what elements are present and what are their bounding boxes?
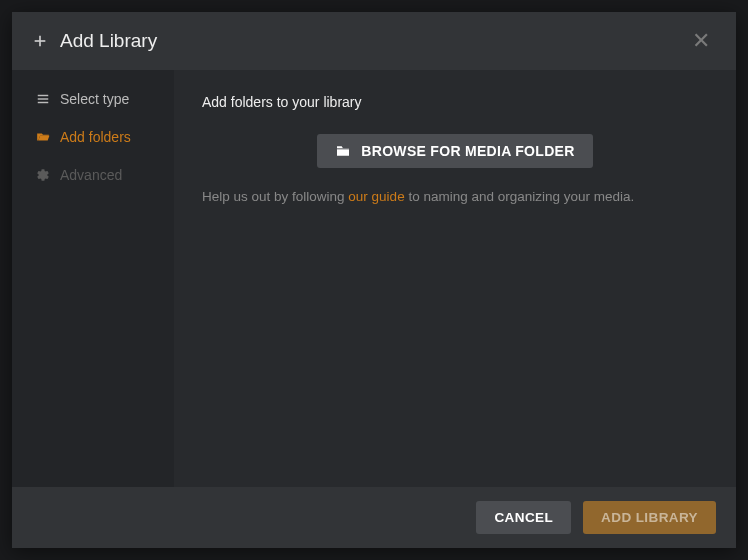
browse-for-media-folder-button[interactable]: BROWSE FOR MEDIA FOLDER bbox=[317, 134, 592, 168]
modal-title: Add Library bbox=[60, 30, 686, 52]
sidebar-item-label: Advanced bbox=[60, 167, 122, 183]
plus-icon bbox=[32, 33, 48, 49]
browse-button-label: BROWSE FOR MEDIA FOLDER bbox=[361, 143, 574, 159]
cancel-button[interactable]: CANCEL bbox=[476, 501, 571, 534]
help-prefix: Help us out by following bbox=[202, 189, 348, 204]
sidebar: Select type Add folders Advanced bbox=[12, 70, 174, 487]
browse-row: BROWSE FOR MEDIA FOLDER bbox=[202, 134, 708, 168]
modal-footer: CANCEL ADD LIBRARY bbox=[12, 487, 736, 548]
add-library-button-label: ADD LIBRARY bbox=[601, 510, 698, 525]
help-text: Help us out by following our guide to na… bbox=[202, 188, 708, 207]
instruction-text: Add folders to your library bbox=[202, 94, 708, 110]
modal-body: Select type Add folders Advanced bbox=[12, 70, 736, 487]
folder-open-icon bbox=[36, 130, 50, 144]
add-library-button[interactable]: ADD LIBRARY bbox=[583, 501, 716, 534]
sidebar-item-select-type[interactable]: Select type bbox=[12, 80, 174, 118]
folder-icon bbox=[335, 143, 351, 159]
close-icon[interactable]: ✕ bbox=[686, 28, 716, 54]
sidebar-item-label: Select type bbox=[60, 91, 129, 107]
list-icon bbox=[36, 92, 50, 106]
sidebar-item-add-folders[interactable]: Add folders bbox=[12, 118, 174, 156]
modal-header: Add Library ✕ bbox=[12, 12, 736, 70]
our-guide-link[interactable]: our guide bbox=[348, 189, 404, 204]
help-suffix: to naming and organizing your media. bbox=[405, 189, 635, 204]
svg-rect-5 bbox=[337, 148, 349, 149]
sidebar-item-advanced: Advanced bbox=[12, 156, 174, 194]
sidebar-item-label: Add folders bbox=[60, 129, 131, 145]
add-library-modal: Add Library ✕ Select type bbox=[12, 12, 736, 548]
cancel-button-label: CANCEL bbox=[494, 510, 553, 525]
gear-icon bbox=[36, 168, 50, 182]
main-panel: Add folders to your library BROWSE FOR M… bbox=[174, 70, 736, 487]
